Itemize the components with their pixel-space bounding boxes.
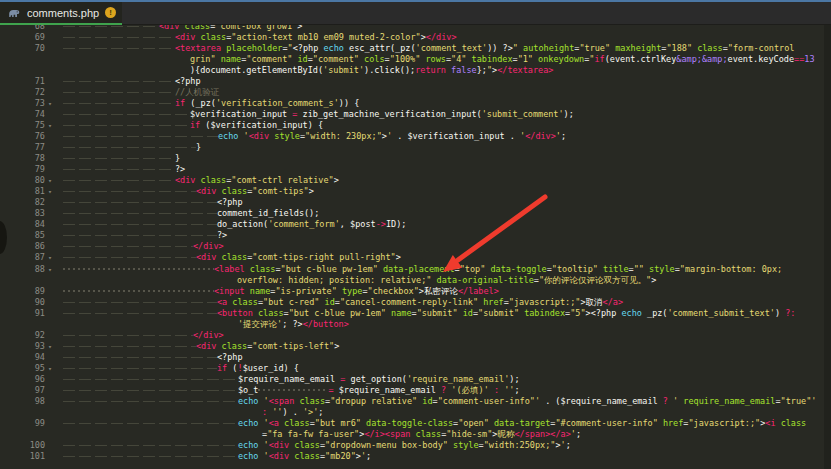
code-row[interactable]: 77}: [0, 142, 831, 153]
gutter[interactable]: [0, 65, 63, 76]
gutter[interactable]: 98: [0, 396, 63, 407]
line-number[interactable]: [0, 275, 45, 286]
line-number[interactable]: 84: [0, 219, 45, 230]
line-number[interactable]: 96: [0, 374, 45, 385]
code-row[interactable]: 95▾if (!$user_id) {: [0, 363, 831, 374]
code-row[interactable]: 81▾<div class="comt-tips">: [0, 186, 831, 197]
line-number[interactable]: [0, 54, 45, 65]
gutter[interactable]: 99: [0, 418, 63, 429]
fold-arrow-icon[interactable]: [45, 297, 63, 308]
fold-arrow-icon[interactable]: [45, 374, 63, 385]
code-row[interactable]: '提交评论'; ?></button>: [0, 319, 831, 330]
gutter[interactable]: 88▾: [0, 264, 63, 275]
fold-arrow-icon[interactable]: [45, 286, 63, 297]
line-number[interactable]: 94: [0, 352, 45, 363]
fold-arrow-icon[interactable]: [45, 197, 63, 208]
code-row[interactable]: 89<input name="is-private" type="checkbo…: [0, 286, 831, 297]
fold-arrow-icon[interactable]: ▾: [45, 363, 63, 374]
fold-arrow-icon[interactable]: [45, 396, 63, 407]
line-number[interactable]: 70: [0, 43, 45, 54]
fold-arrow-icon[interactable]: ▾: [45, 341, 63, 352]
code-row[interactable]: 97$o_t= $require_name_email ? '(必填)' : '…: [0, 385, 831, 396]
code-row[interactable]: 84do_action('comment_form', $post->ID);: [0, 219, 831, 230]
gutter[interactable]: 96: [0, 374, 63, 385]
code-row[interactable]: 94<?php: [0, 352, 831, 363]
line-number[interactable]: 69: [0, 32, 45, 43]
line-number[interactable]: 87: [0, 252, 45, 263]
line-number[interactable]: 86: [0, 241, 45, 252]
gutter[interactable]: 77: [0, 142, 63, 153]
code-row[interactable]: 92</div>: [0, 330, 831, 341]
fold-arrow-icon[interactable]: [45, 352, 63, 363]
code-row[interactable]: 78}: [0, 153, 831, 164]
gutter[interactable]: 70: [0, 43, 63, 54]
gutter[interactable]: 89: [0, 286, 63, 297]
code-row[interactable]: : '') . '>';: [0, 407, 831, 418]
code-row[interactable]: 73▾if (_pz('verification_comment_s')) {: [0, 98, 831, 109]
code-row[interactable]: overflow: hidden; position: relative;" d…: [0, 275, 831, 286]
fold-arrow-icon[interactable]: [45, 109, 63, 120]
code-row[interactable]: 71<?php: [0, 76, 831, 87]
fold-arrow-icon[interactable]: [45, 440, 63, 451]
gutter[interactable]: [0, 429, 63, 440]
fold-arrow-icon[interactable]: [45, 230, 63, 241]
gutter[interactable]: 95▾: [0, 363, 63, 374]
fold-arrow-icon[interactable]: ▾: [45, 186, 63, 197]
fold-arrow-icon[interactable]: [45, 76, 63, 87]
fold-arrow-icon[interactable]: ▾: [45, 252, 63, 263]
line-number[interactable]: 74: [0, 109, 45, 120]
line-number[interactable]: 92: [0, 330, 45, 341]
code-row[interactable]: 72//人机验证: [0, 87, 831, 98]
fold-arrow-icon[interactable]: ▾: [45, 120, 63, 131]
fold-arrow-icon[interactable]: [45, 275, 63, 286]
code-row[interactable]: 82<?php: [0, 197, 831, 208]
gutter[interactable]: 81▾: [0, 186, 63, 197]
code-row[interactable]: grin" name="comment" id="comment" cols="…: [0, 54, 831, 65]
gutter[interactable]: 79: [0, 164, 63, 175]
line-number[interactable]: 95: [0, 363, 45, 374]
line-number[interactable]: 83: [0, 208, 45, 219]
fold-arrow-icon[interactable]: [45, 219, 63, 230]
fold-arrow-icon[interactable]: [45, 208, 63, 219]
line-number[interactable]: 101: [0, 451, 45, 462]
code-row[interactable]: 96$require_name_email = get_option('requ…: [0, 374, 831, 385]
line-number[interactable]: 99: [0, 418, 45, 429]
line-number[interactable]: 82: [0, 197, 45, 208]
fold-arrow-icon[interactable]: [45, 385, 63, 396]
gutter[interactable]: 80▾: [0, 175, 63, 186]
code-row[interactable]: ="fa fa-fw fa-user"></i><span class="hid…: [0, 429, 831, 440]
gutter[interactable]: [0, 319, 63, 330]
fold-arrow-icon[interactable]: [45, 319, 63, 330]
gutter[interactable]: 82: [0, 197, 63, 208]
gutter[interactable]: 86: [0, 241, 63, 252]
gutter[interactable]: 100: [0, 440, 63, 451]
line-number[interactable]: 73: [0, 98, 45, 109]
code-row[interactable]: 74$verification_input = zib_get_machine_…: [0, 109, 831, 120]
line-number[interactable]: 100: [0, 440, 45, 451]
gutter[interactable]: 72: [0, 87, 63, 98]
fold-arrow-icon[interactable]: [45, 153, 63, 164]
gutter[interactable]: 87▾: [0, 252, 63, 263]
tab-comments-php[interactable]: comments.php !: [0, 2, 122, 25]
fold-arrow-icon[interactable]: [45, 241, 63, 252]
line-number[interactable]: [0, 429, 45, 440]
line-number[interactable]: 76: [0, 131, 45, 142]
fold-arrow-icon[interactable]: [45, 330, 63, 341]
line-number[interactable]: 97: [0, 385, 45, 396]
code-row[interactable]: 87▾<div class="comt-tips-right pull-righ…: [0, 252, 831, 263]
scrollbar-track[interactable]: [824, 25, 831, 469]
gutter[interactable]: 92: [0, 330, 63, 341]
line-number[interactable]: 89: [0, 286, 45, 297]
gutter[interactable]: [0, 54, 63, 65]
fold-arrow-icon[interactable]: [45, 451, 63, 462]
line-number[interactable]: 93: [0, 341, 45, 352]
modified-badge[interactable]: !: [105, 7, 116, 18]
gutter[interactable]: [0, 275, 63, 286]
line-number[interactable]: 88: [0, 264, 45, 275]
fold-arrow-icon[interactable]: ▾: [45, 264, 63, 275]
line-number[interactable]: 77: [0, 142, 45, 153]
gutter[interactable]: 78: [0, 153, 63, 164]
code-editor[interactable]: 68<div class="comt-box grow1">69<div cla…: [0, 25, 831, 469]
line-number[interactable]: 71: [0, 76, 45, 87]
gutter[interactable]: 69: [0, 32, 63, 43]
